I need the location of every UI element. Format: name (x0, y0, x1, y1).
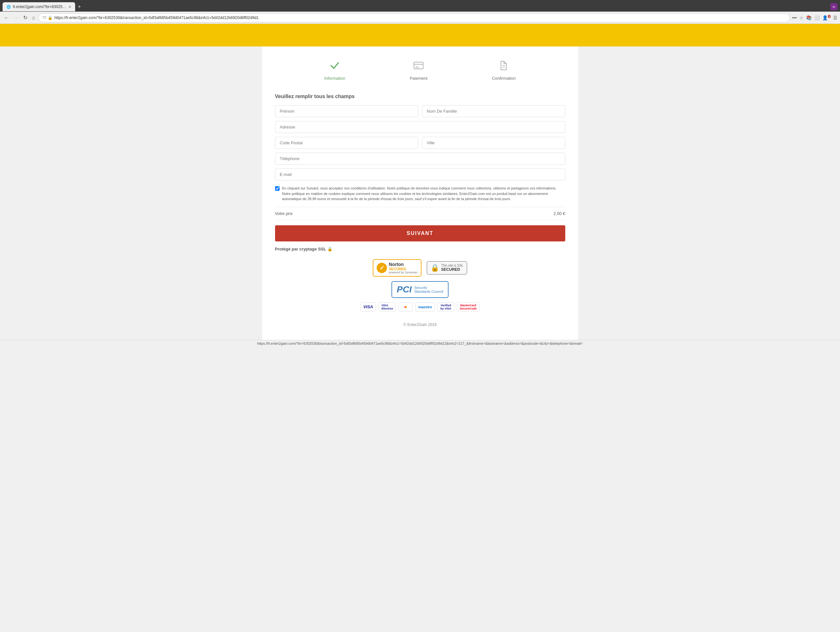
nav-extra-icons: ••• ☆ 📚 ⬜ 👤4 ☰ (792, 15, 837, 21)
bookmark-icon[interactable]: ☆ (799, 15, 804, 21)
library-icon[interactable]: 📚 (806, 15, 812, 21)
active-tab[interactable]: 🌐 fr.enter2gain.com/?br=63025… ✕ (3, 2, 75, 11)
site-header (0, 24, 840, 46)
ssl-lock-icon: 🔒 (327, 247, 332, 252)
profile-icon[interactable]: 👤4 (822, 15, 831, 21)
norton-powered: powered by Symantec (389, 271, 418, 274)
url-input[interactable] (55, 16, 786, 20)
address-row (275, 121, 565, 133)
price-row: Votre prix 2,00 € (275, 207, 565, 220)
name-row (275, 105, 565, 117)
confirmation-icon (497, 59, 510, 73)
step-information-label: Information (324, 76, 345, 81)
pci-sub1: Security (414, 286, 444, 290)
email-field[interactable] (275, 168, 565, 181)
tab-bar: 🌐 fr.enter2gain.com/?br=63025… ✕ + ∞ (0, 0, 840, 12)
norton-badge: ✓ Norton SECURED powered by Symantec (373, 259, 422, 277)
shield-icon: 🛡 (43, 16, 46, 20)
menu-icon[interactable]: ☰ (833, 15, 837, 21)
back-button[interactable]: ← (3, 14, 10, 21)
information-icon (328, 59, 341, 73)
adresse-field[interactable] (275, 121, 565, 133)
tab-close-button[interactable]: ✕ (68, 5, 71, 9)
pci-sub2: Standards Council (414, 290, 444, 293)
new-tab-button[interactable]: + (75, 3, 84, 10)
form-title: Veuillez remplir tous les champs (275, 93, 565, 100)
tab-title: fr.enter2gain.com/?br=63025… (13, 5, 66, 9)
address-bar-icons: 🛡 🔒 (43, 16, 52, 20)
postal-city-row (275, 137, 565, 149)
mastercard-secure-card: MasterCardSecureCode (457, 303, 480, 312)
step-confirmation-label: Confirmation (492, 76, 516, 81)
paiement-icon (412, 59, 425, 73)
infinity-badge: ∞ (831, 3, 837, 10)
trust-badges: ✓ Norton SECURED powered by Symantec 🔒 T… (275, 259, 565, 327)
status-bar-text: https://fr.enter2gain.com/?br=6302530&tr… (257, 342, 583, 345)
payment-cards: VISA VISAElectron ● ● maestro Verifiedby… (360, 303, 480, 312)
maestro-card: maestro (415, 303, 435, 312)
code-postal-field[interactable] (275, 137, 418, 149)
nom-field[interactable] (422, 105, 565, 117)
step-information: Information (324, 59, 345, 81)
address-bar[interactable]: 🛡 🔒 (38, 13, 790, 22)
step-paiement-label: Paiement (410, 76, 428, 81)
footer-copyright: © Enter2Gain 2019 (403, 322, 437, 327)
step-paiement: Paiement (410, 59, 428, 81)
forward-button[interactable]: → (12, 14, 20, 21)
norton-secured: SECURED (389, 267, 418, 271)
browser-chrome: 🌐 fr.enter2gain.com/?br=63025… ✕ + ∞ ← →… (0, 0, 840, 24)
visa-card: VISA (360, 303, 376, 312)
price-value: 2,00 € (553, 211, 565, 216)
trust-row1: ✓ Norton SECURED powered by Symantec 🔒 T… (373, 259, 467, 277)
ssl-badge-lock-icon: 🔒 (431, 264, 439, 272)
tab-favicon: 🌐 (6, 5, 11, 9)
ssl-secured-badge: 🔒 This site is SSL SECURED (426, 261, 467, 275)
ville-field[interactable] (422, 137, 565, 149)
ssl-row: Protégé par cryptage SSL 🔒 (275, 247, 565, 252)
terms-text: En cliquant sur Suivant, vous acceptez n… (282, 185, 565, 202)
norton-brand: Norton (389, 262, 418, 267)
more-options-icon[interactable]: ••• (792, 15, 797, 21)
lock-icon: 🔒 (48, 16, 52, 20)
ssl-label: Protégé par cryptage SSL (275, 247, 326, 252)
container-icon[interactable]: ⬜ (814, 15, 820, 21)
terms-row: En cliquant sur Suivant, vous acceptez n… (275, 185, 565, 202)
submit-button[interactable]: SUIVANT (275, 225, 565, 241)
nav-bar: ← → ↻ ⌂ 🛡 🔒 ••• ☆ 📚 ⬜ 👤4 ☰ (0, 12, 840, 24)
home-button[interactable]: ⌂ (31, 14, 36, 21)
phone-row (275, 153, 565, 165)
visa-electron-card: VISAElectron (379, 303, 396, 312)
steps-bar: Information Paiement (275, 56, 565, 84)
pci-logo: PCI (396, 284, 412, 295)
email-row (275, 168, 565, 181)
main-content: Information Paiement (262, 46, 578, 340)
status-bar: https://fr.enter2gain.com/?br=6302530&tr… (0, 340, 840, 347)
mastercard-card: ● ● (399, 303, 413, 312)
terms-checkbox[interactable] (275, 186, 279, 191)
pci-badge: PCI Security Standards Council (392, 281, 448, 298)
telephone-field[interactable] (275, 153, 565, 165)
verified-visa-card: Verifiedby VISA (437, 303, 454, 312)
norton-check-icon: ✓ (377, 263, 387, 273)
prenom-field[interactable] (275, 105, 418, 117)
ssl-badge-label: This site is SSL (441, 264, 463, 267)
ssl-badge-value: SECURED (441, 267, 463, 272)
step-confirmation: Confirmation (492, 59, 516, 81)
reload-button[interactable]: ↻ (22, 14, 29, 21)
price-label: Votre prix (275, 211, 293, 216)
